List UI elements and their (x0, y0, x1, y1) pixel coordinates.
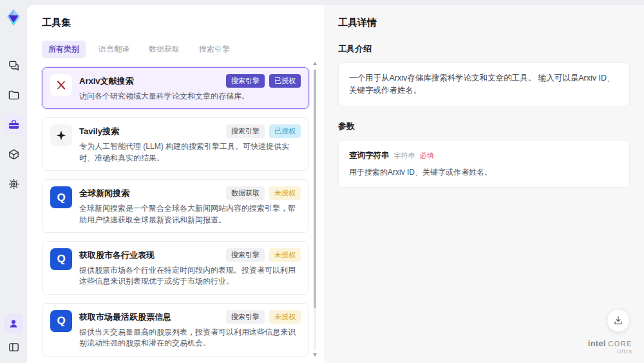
tool-list-panel: 工具集 所有类别 语言翻译 数据获取 搜索引擎 Arxiv文献搜索 (27, 5, 324, 363)
auth-status-badge: 未授权 (269, 310, 301, 324)
tool-description: 专为人工智能代理 (LLM) 构建的搜索引擎工具。可快速提供实时、准确和真实的结… (79, 141, 301, 164)
parameter-card: 查询字符串 字符串 必填 用于搜索的Arxiv ID、关键字或作者姓名。 (338, 140, 630, 188)
scrollbar-down-arrow[interactable] (313, 353, 317, 357)
intel-core-logo: intel CORE Ultra (588, 339, 632, 355)
sidebar-item-toolbox[interactable] (4, 115, 23, 134)
tool-card-active-stocks[interactable]: Q 获取市场最活跃股票信息 搜索引擎 未授权 提供当天交易量最高的股票列表，投资… (42, 303, 309, 357)
sidebar-item-collapse[interactable] (4, 337, 23, 357)
sidebar-item-models[interactable] (4, 144, 23, 164)
tool-intro-text: 一个用于从Arxiv存储库搜索科学论文和文章的工具。 输入可以是Arxiv ID… (338, 63, 630, 106)
auth-status-badge: 已授权 (269, 74, 301, 88)
core-wordmark: CORE (608, 340, 632, 348)
sidebar-item-account[interactable] (4, 314, 23, 333)
tavily-star-icon (50, 124, 72, 146)
param-required-flag: 必填 (420, 150, 434, 161)
category-tabs: 所有类别 语言翻译 数据获取 搜索引擎 (42, 41, 307, 58)
sidebar-item-chat[interactable] (4, 55, 23, 75)
sidebar (0, 0, 27, 363)
tool-name: 全球新闻搜索 (79, 186, 226, 199)
global-news-icon: Q (50, 186, 72, 208)
stock-sector-icon: Q (50, 248, 72, 270)
category-badge: 搜索引擎 (226, 248, 265, 262)
auth-status-badge: 已授权 (269, 124, 301, 138)
tab-language-translation[interactable]: 语言翻译 (92, 41, 136, 58)
tool-description: 提供当天交易量最高的股票列表，投资者可以利用这些信息来识别流动性强的股票和潜在的… (79, 327, 301, 349)
param-description: 用于搜索的Arxiv ID、关键字或作者姓名。 (349, 166, 619, 178)
scrollbar-thumb[interactable] (314, 70, 316, 308)
tool-description: 访问各个研究领域大量科学论文和文章的存储库。 (79, 91, 301, 102)
app-logo-icon (4, 8, 23, 27)
tab-data-fetch[interactable]: 数据获取 (142, 41, 186, 58)
tab-search-engine[interactable]: 搜索引擎 (193, 41, 236, 58)
category-badge: 搜索引擎 (226, 310, 265, 324)
user-icon (8, 318, 19, 329)
page-title: 工具集 (42, 17, 307, 29)
param-name: 查询字符串 (349, 150, 390, 162)
intro-heading: 工具介绍 (338, 43, 630, 55)
tool-name: Arxiv文献搜索 (79, 74, 226, 87)
folder-icon (8, 89, 20, 101)
chat-icon (8, 59, 20, 72)
ultra-wordmark: Ultra (588, 349, 632, 355)
auth-status-badge: 未授权 (269, 248, 301, 262)
category-badge: 数据获取 (226, 186, 265, 200)
scrollbar-up-arrow[interactable] (313, 62, 317, 65)
tool-card-stock-sectors[interactable]: Q 获取股市各行业表现 搜索引擎 未授权 提供股票市场各个行业在特定时间段内的表… (42, 241, 309, 295)
download-icon (612, 315, 624, 326)
sidebar-item-settings[interactable] (4, 174, 23, 193)
settings-icon (8, 178, 20, 190)
cube-icon (8, 148, 20, 161)
tool-name: 获取股市各行业表现 (79, 248, 226, 261)
param-type: 字符串 (394, 150, 415, 161)
tool-description: 全球新闻搜索是一个聚合全球各大新闻网站内容的搜索引擎，帮助用户快速获取全球最新资… (79, 203, 301, 226)
sidebar-item-files[interactable] (4, 85, 23, 104)
active-stocks-icon: Q (50, 310, 72, 332)
tab-all-categories[interactable]: 所有类别 (42, 41, 86, 58)
tool-card-global-news[interactable]: Q 全球新闻搜索 数据获取 未授权 全球新闻搜索是一个聚合全球各大新闻网站内容的… (42, 179, 309, 233)
tool-card-arxiv[interactable]: Arxiv文献搜索 搜索引擎 已授权 访问各个研究领域大量科学论文和文章的存储库… (42, 67, 309, 109)
tool-name: Tavily搜索 (79, 124, 226, 137)
toolbox-icon (8, 119, 20, 131)
tool-card-tavily[interactable]: Tavily搜索 搜索引擎 已授权 专为人工智能代理 (LLM) 构建的搜索引擎… (42, 117, 309, 171)
main-content: 工具集 所有类别 语言翻译 数据获取 搜索引擎 Arxiv文献搜索 (27, 5, 644, 363)
tool-detail-panel: 工具详情 工具介绍 一个用于从Arxiv存储库搜索科学论文和文章的工具。 输入可… (324, 5, 644, 363)
tool-name: 获取市场最活跃股票信息 (79, 310, 226, 323)
panel-toggle-icon (8, 341, 20, 353)
auth-status-badge: 未授权 (269, 186, 301, 200)
app-window: 工具集 所有类别 语言翻译 数据获取 搜索引擎 Arxiv文献搜索 (0, 0, 644, 363)
category-badge: 搜索引擎 (226, 74, 265, 88)
detail-panel-title: 工具详情 (338, 17, 630, 29)
tool-description: 提供股票市场各个行业在特定时间段内的表现。投资者可以利用这些信息来识别表现优于或… (79, 265, 301, 288)
arxiv-logo-icon (50, 74, 72, 96)
params-heading: 参数 (338, 121, 630, 132)
download-button[interactable] (607, 309, 630, 332)
intel-wordmark: intel (588, 338, 606, 348)
category-badge: 搜索引擎 (226, 124, 265, 138)
